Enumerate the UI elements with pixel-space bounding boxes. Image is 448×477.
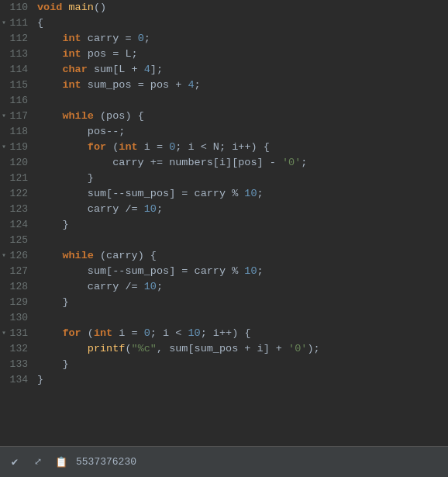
check-icon[interactable]: ✔ <box>6 454 23 471</box>
table-row: 114 char sum[L + 4]; <box>0 62 448 78</box>
line-number: 124 <box>0 217 37 233</box>
code-content: while (carry) { <box>37 248 448 264</box>
line-number: 117 <box>0 109 37 124</box>
code-content: } <box>37 357 448 372</box>
table-row: 110void main() <box>0 0 448 16</box>
code-content: } <box>37 171 448 186</box>
line-number: 121 <box>0 171 37 186</box>
line-number: 128 <box>0 279 37 295</box>
line-number: 127 <box>0 264 37 279</box>
code-content: int carry = 0; <box>37 31 448 47</box>
line-number: 116 <box>0 93 37 109</box>
expand-icon[interactable]: ⤢ <box>29 454 47 471</box>
line-number: 125 <box>0 233 37 248</box>
table-row: 134} <box>0 372 448 388</box>
code-content: pos--; <box>37 124 448 140</box>
table-row: 115 int sum_pos = pos + 4; <box>0 78 448 93</box>
table-row: 128 carry /= 10; <box>0 279 448 295</box>
code-content: } <box>37 217 448 233</box>
line-number: 132 <box>0 341 37 357</box>
table-row: 120 carry += numbers[i][pos] - '0'; <box>0 155 448 171</box>
line-number: 119 <box>0 140 37 155</box>
table-row: 119 for (int i = 0; i < N; i++) { <box>0 140 448 155</box>
code-content: while (pos) { <box>37 109 448 124</box>
output-text: 5537376230 <box>76 456 136 468</box>
table-row: 123 carry /= 10; <box>0 202 448 217</box>
code-editor: 110void main()111{112 int carry = 0;113 … <box>0 0 448 446</box>
code-content: carry /= 10; <box>37 279 448 295</box>
code-content <box>37 310 448 326</box>
table-row: 122 sum[--sum_pos] = carry % 10; <box>0 186 448 202</box>
bottom-bar: ✔ ⤢ 📋 5537376230 <box>0 446 448 477</box>
line-number: 131 <box>0 326 37 341</box>
line-number: 130 <box>0 310 37 326</box>
code-content: int sum_pos = pos + 4; <box>37 78 448 93</box>
code-content: char sum[L + 4]; <box>37 62 448 78</box>
table-row: 117 while (pos) { <box>0 109 448 124</box>
code-content: { <box>37 16 448 31</box>
code-content: carry += numbers[i][pos] - '0'; <box>37 155 448 171</box>
table-row: 130 <box>0 310 448 326</box>
code-content <box>37 233 448 248</box>
line-number: 118 <box>0 124 37 140</box>
code-content: for (int i = 0; i < N; i++) { <box>37 140 448 155</box>
table-row: 113 int pos = L; <box>0 47 448 62</box>
code-content: } <box>37 295 448 310</box>
line-number: 126 <box>0 248 37 264</box>
line-number: 134 <box>0 372 37 388</box>
table-row: 127 sum[--sum_pos] = carry % 10; <box>0 264 448 279</box>
code-content: } <box>37 372 448 388</box>
table-row: 121 } <box>0 171 448 186</box>
table-row: 133 } <box>0 357 448 372</box>
line-number: 129 <box>0 295 37 310</box>
table-row: 111{ <box>0 16 448 31</box>
table-row: 132 printf("%c", sum[sum_pos + i] + '0')… <box>0 341 448 357</box>
line-number: 120 <box>0 155 37 171</box>
table-row: 129 } <box>0 295 448 310</box>
table-row: 126 while (carry) { <box>0 248 448 264</box>
line-number: 111 <box>0 16 37 31</box>
code-content: printf("%c", sum[sum_pos + i] + '0'); <box>37 341 448 357</box>
code-content: sum[--sum_pos] = carry % 10; <box>37 264 448 279</box>
code-content: carry /= 10; <box>37 202 448 217</box>
code-content: sum[--sum_pos] = carry % 10; <box>37 186 448 202</box>
line-number: 112 <box>0 31 37 47</box>
code-content: int pos = L; <box>37 47 448 62</box>
table-row: 124 } <box>0 217 448 233</box>
line-number: 114 <box>0 62 37 78</box>
table-row: 112 int carry = 0; <box>0 31 448 47</box>
table-row: 131 for (int i = 0; i < 10; i++) { <box>0 326 448 341</box>
table-row: 125 <box>0 233 448 248</box>
line-number: 133 <box>0 357 37 372</box>
line-number: 110 <box>0 0 37 16</box>
code-content: void main() <box>37 0 448 16</box>
line-number: 122 <box>0 186 37 202</box>
line-number: 115 <box>0 78 37 93</box>
copy-icon[interactable]: 📋 <box>53 454 70 471</box>
code-content: for (int i = 0; i < 10; i++) { <box>37 326 448 341</box>
line-number: 113 <box>0 47 37 62</box>
table-row: 118 pos--; <box>0 124 448 140</box>
table-row: 116 <box>0 93 448 109</box>
line-number: 123 <box>0 202 37 217</box>
code-content <box>37 93 448 109</box>
